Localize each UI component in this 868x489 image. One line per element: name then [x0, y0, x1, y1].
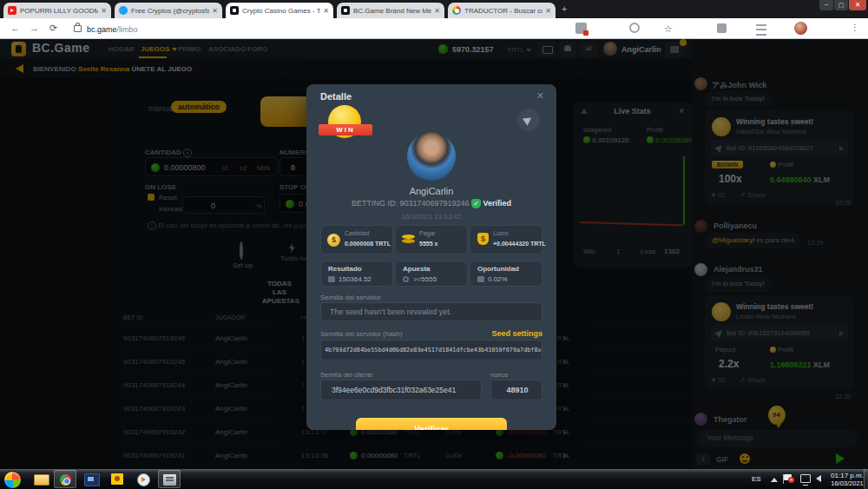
reading-list-icon[interactable]	[756, 24, 766, 36]
tab-title: Crypto Casino Games - The 16 B	[242, 7, 320, 15]
taskbar-explorer-button[interactable]	[30, 470, 52, 488]
tray-clock[interactable]: 01:17 p.m. 16/03/2021	[829, 472, 865, 487]
browser-tab-3[interactable]: BC.Game Brand New Medal Even ✕	[337, 3, 444, 18]
bookmark-star-icon[interactable]: ☆	[664, 23, 673, 35]
tray-show-hidden-icon[interactable]	[771, 478, 778, 482]
folder-icon	[34, 474, 49, 486]
betting-id-row: BETTING ID: 9031740697919246 ✓ Verified	[306, 199, 556, 208]
tab-close-icon[interactable]: ✕	[212, 7, 218, 15]
nonce-input[interactable]: 48910	[490, 380, 542, 400]
back-icon[interactable]: ←	[10, 23, 20, 33]
stat-card-lucro: $ Lucro +0.00444320 TRTL	[470, 225, 542, 254]
stat-card-apuesta: Apuesta >=5555	[395, 261, 468, 287]
taskbar-moviemaker-button[interactable]	[80, 470, 102, 488]
padlock-icon	[74, 25, 82, 32]
share-button[interactable]	[517, 109, 540, 131]
twitter-icon	[119, 6, 128, 15]
forward-icon[interactable]: →	[30, 23, 39, 33]
new-tab-icon[interactable]: +	[562, 3, 567, 14]
server-hash-label: Semilla del servidor (hash)	[320, 330, 403, 338]
extension-icon[interactable]	[575, 23, 587, 34]
app-window-icon	[163, 474, 176, 486]
client-seed-input[interactable]: 3f94ee6e0cd9d3fbc31f032a63e25e41	[320, 380, 482, 400]
client-seed-label: Semilla del cliente	[320, 371, 372, 379]
taskbar: ES ✕ 01:17 p.m. 16/03/2021	[0, 469, 868, 489]
tray-volume-icon[interactable]	[816, 475, 821, 482]
tab-close-icon[interactable]: ✕	[323, 7, 329, 15]
bet-detail-modal: Detalle ✕ WIN AngiCarlin BETTING ID: 903…	[306, 84, 556, 430]
close-icon[interactable]: ✕	[536, 90, 544, 102]
seed-settings-link[interactable]: Seed settings	[491, 329, 542, 338]
server-seed-input[interactable]: The seed hasn't been revealed yet.	[320, 302, 542, 321]
youtube-icon	[8, 6, 16, 15]
browser-profile-avatar[interactable]	[794, 22, 807, 35]
browser-toolbar: ← → ⟳ bc.game/limbo ☆ ⋮	[0, 18, 868, 39]
browser-tab-active[interactable]: Crypto Casino Games - The 16 B ✕	[226, 3, 333, 18]
screen: POPURRI LILLY GOODMAN ✕ Free Cryptos (@c…	[0, 0, 868, 489]
url-bar[interactable]: bc.game/limbo	[87, 25, 138, 34]
tab-close-icon[interactable]: ✕	[101, 7, 107, 15]
browser-tab-4[interactable]: TRADUCTOR - Buscar con Googl ✕	[448, 3, 556, 18]
tab-title: POPURRI LILLY GOODMAN	[20, 7, 98, 15]
tab-title: Free Cryptos (@cryptosfaucets)	[131, 7, 209, 15]
window-close-button[interactable]: ✕	[849, 0, 866, 10]
server-seed-label: Semilla del servidor	[320, 294, 381, 301]
refresh-icon[interactable]: ⟳	[49, 23, 57, 34]
money-bag-icon: $	[477, 233, 489, 245]
stat-card-cantidad: $ Cantidad 0.0000008 TRTL	[320, 225, 393, 254]
taskbar-mediaplayer-button[interactable]	[132, 470, 155, 488]
modal-username: AngiCarlin	[306, 186, 556, 196]
modal-title: Detalle	[320, 91, 352, 102]
dice-icon	[477, 276, 484, 282]
win-badge: WIN	[319, 105, 372, 145]
puzzle-extensions-icon[interactable]	[717, 23, 727, 33]
reader-icon[interactable]	[629, 23, 640, 33]
page: BC.Game HOGAR JUEGOS PRIMO ASOCIADO FORO…	[0, 39, 868, 469]
browser-tab-0[interactable]: POPURRI LILLY GOODMAN ✕	[3, 3, 111, 18]
bet-date: 16/3/2021 13:13:42	[306, 213, 556, 221]
bcgame-icon	[230, 6, 239, 15]
tab-close-icon[interactable]: ✕	[434, 7, 440, 15]
window-maximize-button[interactable]: ▢	[834, 0, 848, 10]
dice-icon	[328, 276, 335, 282]
tray-language[interactable]: ES	[752, 475, 761, 483]
target-icon	[403, 276, 409, 282]
start-button[interactable]	[3, 471, 22, 489]
taskbar-payer-button[interactable]	[106, 470, 128, 488]
taskbar-chrome-button[interactable]	[54, 470, 76, 488]
server-hash-input[interactable]: 4b793d72d84be55bd4d06d82e83e4517d1841dfc…	[320, 340, 542, 360]
nonce-label: nonce	[490, 371, 508, 379]
tab-title: TRADUCTOR - Buscar con Googl	[464, 7, 542, 15]
browser-tab-1[interactable]: Free Cryptos (@cryptosfaucets) ✕	[115, 3, 222, 18]
tray-flag-icon[interactable]: ✕	[784, 474, 792, 480]
stat-card-resultado: Resultado 150364.52	[320, 261, 393, 287]
browser-tab-strip: POPURRI LILLY GOODMAN ✕ Free Cryptos (@c…	[0, 0, 868, 18]
coins-stack-icon	[402, 235, 415, 239]
profile-avatar[interactable]	[407, 132, 456, 181]
share-arrow-icon	[523, 114, 534, 125]
stat-card-oportunidad: Oportunidad 0.02%	[470, 261, 542, 287]
verify-button[interactable]: Verificar	[356, 418, 507, 430]
stat-card-pagar: Pagar 5555 x	[395, 225, 468, 254]
show-desktop-button[interactable]	[864, 469, 868, 489]
taskbar-app-button[interactable]	[158, 470, 181, 488]
hand-coin-icon: $	[327, 234, 340, 247]
bcgame-icon	[341, 6, 350, 15]
browser-menu-icon[interactable]: ⋮	[851, 23, 859, 32]
tray-network-icon[interactable]	[800, 474, 811, 483]
tab-title: BC.Game Brand New Medal Even	[353, 7, 431, 15]
google-icon	[452, 6, 461, 15]
window-minimize-button[interactable]: –	[819, 0, 833, 10]
tab-close-icon[interactable]: ✕	[545, 7, 551, 15]
verified-shield-icon: ✓	[471, 199, 481, 208]
